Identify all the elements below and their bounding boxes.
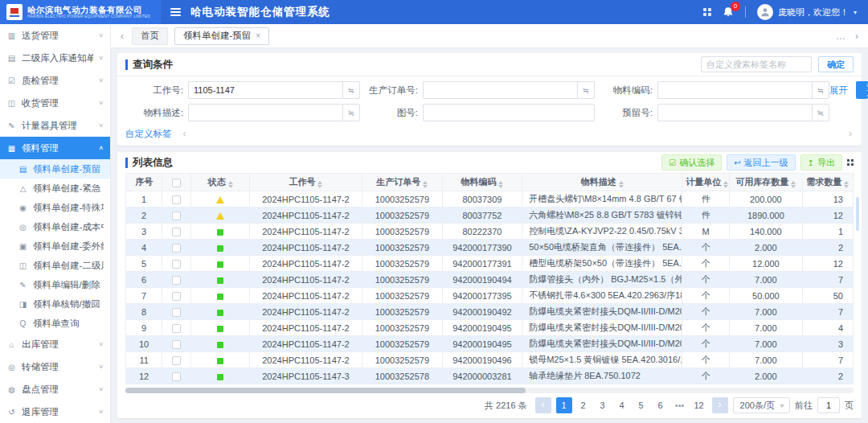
sidebar-item[interactable]: ◎领料单创建-成本中心 xyxy=(0,217,110,236)
page-size-select[interactable]: 200条/页 xyxy=(733,397,790,413)
table-row[interactable]: 42024HPC1105-1147-2100032525799420001773… xyxy=(126,240,854,256)
field-input[interactable] xyxy=(188,104,342,121)
row-checkbox-cell[interactable] xyxy=(162,320,191,336)
field-input[interactable] xyxy=(188,81,342,99)
row-checkbox-cell[interactable] xyxy=(162,336,191,352)
confirm-select-button[interactable]: ☑确认选择 xyxy=(661,154,722,170)
goto-page-input[interactable] xyxy=(817,397,840,413)
table-row[interactable]: 92024HPC1105-1147-2100032525799420001904… xyxy=(126,320,854,336)
sidebar-item[interactable]: △领料单创建-紧急 xyxy=(0,179,110,198)
page-number[interactable]: 1 xyxy=(556,397,572,413)
row-checkbox[interactable] xyxy=(172,244,181,253)
sort-icon[interactable] xyxy=(317,181,322,188)
sidebar-item[interactable]: ▤领料单创建-预留 xyxy=(0,159,110,179)
row-checkbox[interactable] xyxy=(172,276,181,285)
tab-item[interactable]: 首页 xyxy=(132,27,168,45)
field-input[interactable] xyxy=(657,81,812,99)
row-checkbox-cell[interactable] xyxy=(162,304,191,320)
vertical-scrollbar-thumb[interactable] xyxy=(856,197,859,231)
back-up-level-button[interactable]: ↩返回上一级 xyxy=(727,154,795,170)
field-input[interactable] xyxy=(423,81,577,99)
sidebar-item[interactable]: ▥送货管理∨ xyxy=(0,24,110,47)
tab-close-icon[interactable]: × xyxy=(256,31,260,40)
row-checkbox[interactable] xyxy=(172,324,181,333)
custom-tag-link[interactable]: 自定义标签 xyxy=(125,128,172,140)
row-checkbox[interactable] xyxy=(172,212,181,220)
page-number[interactable]: 6 xyxy=(653,397,669,413)
row-checkbox-cell[interactable] xyxy=(162,368,191,384)
row-checkbox-cell[interactable] xyxy=(162,288,191,304)
filter-icon[interactable]: ≒ xyxy=(342,104,360,121)
row-checkbox-cell[interactable] xyxy=(162,352,191,368)
sidebar-item[interactable]: ▤二级库入库通知单∨ xyxy=(0,47,110,69)
column-header[interactable]: 物料描述 xyxy=(522,174,682,191)
table-row[interactable]: 22024HPC1105-1147-21000325257980037752六角… xyxy=(126,207,854,224)
search-button[interactable]: 查 询 xyxy=(856,81,868,99)
tab-item[interactable]: 领料单创建-预留× xyxy=(174,27,269,45)
table-row[interactable]: 82024HPC1105-1147-2100032525799420001904… xyxy=(126,304,854,320)
column-settings-icon[interactable] xyxy=(847,159,854,166)
row-checkbox[interactable] xyxy=(172,228,181,236)
row-checkbox-cell[interactable] xyxy=(162,240,191,256)
custom-tag-name-input[interactable] xyxy=(701,56,812,72)
sidebar-item[interactable]: ◉领料单创建-特殊项目 xyxy=(0,198,110,217)
page-number[interactable]: 12 xyxy=(691,397,707,413)
table-row[interactable]: 112024HPC1105-1147-210003252579942000190… xyxy=(126,352,854,368)
page-number[interactable]: 4 xyxy=(614,397,630,413)
horizontal-scrollbar-thumb[interactable] xyxy=(125,388,526,393)
export-button[interactable]: ↥导出 xyxy=(800,154,842,170)
sidebar-item[interactable]: ◨领料单核销/撤回 xyxy=(0,294,110,314)
column-header[interactable]: 物料编码 xyxy=(442,174,522,191)
row-checkbox-cell[interactable] xyxy=(162,224,191,240)
row-checkbox[interactable] xyxy=(172,308,181,317)
row-checkbox-cell[interactable] xyxy=(162,191,191,207)
sort-icon[interactable] xyxy=(228,181,233,188)
table-row[interactable]: 102024HPC1105-1147-210003252579942000190… xyxy=(126,336,854,352)
filter-icon[interactable]: ≒ xyxy=(342,81,360,99)
select-all-header[interactable] xyxy=(162,174,191,191)
page-number[interactable]: 3 xyxy=(595,397,611,413)
tabs-scroll-right-icon[interactable]: › xyxy=(854,31,860,42)
row-checkbox-cell[interactable] xyxy=(162,207,191,224)
column-header[interactable]: 需求数量 xyxy=(802,174,853,191)
sidebar-item[interactable]: ▦领料管理∧ xyxy=(0,137,110,159)
sidebar-collapse-icon[interactable] xyxy=(170,8,181,16)
table-row[interactable]: 62024HPC1105-1147-2100032525799420001904… xyxy=(126,272,854,288)
page-number[interactable]: 5 xyxy=(633,397,649,413)
filter-icon[interactable]: ≒ xyxy=(812,104,829,121)
table-row[interactable]: 52024HPC1105-1147-2100032525799420001773… xyxy=(126,256,854,272)
sort-icon[interactable] xyxy=(844,181,849,188)
sidebar-item[interactable]: ▣领料单创建-委外组件 xyxy=(0,236,110,256)
next-page-icon[interactable]: › xyxy=(712,397,728,413)
fullscreen-icon[interactable] xyxy=(703,8,711,16)
sort-icon[interactable] xyxy=(423,181,428,188)
column-header[interactable]: 状态 xyxy=(191,174,249,191)
row-checkbox[interactable] xyxy=(172,260,181,269)
sidebar-item[interactable]: ✎计量器具管理∨ xyxy=(0,114,110,137)
sidebar-item[interactable]: Q领料单查询 xyxy=(0,314,110,333)
sidebar-item[interactable]: ◎转储管理∨ xyxy=(0,355,110,378)
field-input[interactable] xyxy=(657,104,812,121)
sidebar-item[interactable]: ◫领料单创建-二级库 xyxy=(0,256,110,275)
column-header[interactable]: 生产订单号 xyxy=(362,174,443,191)
column-header[interactable]: 工作号 xyxy=(249,174,362,191)
row-checkbox[interactable] xyxy=(172,356,181,365)
page-number[interactable]: 2 xyxy=(575,397,592,413)
sidebar-item[interactable]: ⌂出库管理∨ xyxy=(0,333,110,355)
tags-scroll-left-icon[interactable]: ‹ xyxy=(183,128,186,139)
tabs-more-icon[interactable]: … xyxy=(834,31,847,42)
sort-icon[interactable] xyxy=(619,181,624,188)
tabs-scroll-left-icon[interactable]: ‹ xyxy=(119,31,125,42)
row-checkbox-cell[interactable] xyxy=(162,272,191,288)
horizontal-scrollbar[interactable] xyxy=(125,388,854,393)
sidebar-item[interactable]: ↺退库管理∨ xyxy=(0,400,110,423)
table-row[interactable]: 122024HPC1105-1147-310003252578942000003… xyxy=(126,368,854,384)
sidebar-item[interactable]: ✎领料单编辑/删除 xyxy=(0,275,110,294)
sidebar-item[interactable]: ◫收货管理∨ xyxy=(0,92,110,114)
select-all-checkbox[interactable] xyxy=(172,179,181,187)
confirm-button[interactable]: 确定 xyxy=(818,56,854,72)
sort-icon[interactable] xyxy=(723,181,728,188)
sort-icon[interactable] xyxy=(498,181,503,188)
table-row[interactable]: 32024HPC1105-1147-21000325257980222370控制… xyxy=(126,224,854,240)
user-menu[interactable]: 庞晓明，欢迎您！ ▾ xyxy=(757,4,857,20)
